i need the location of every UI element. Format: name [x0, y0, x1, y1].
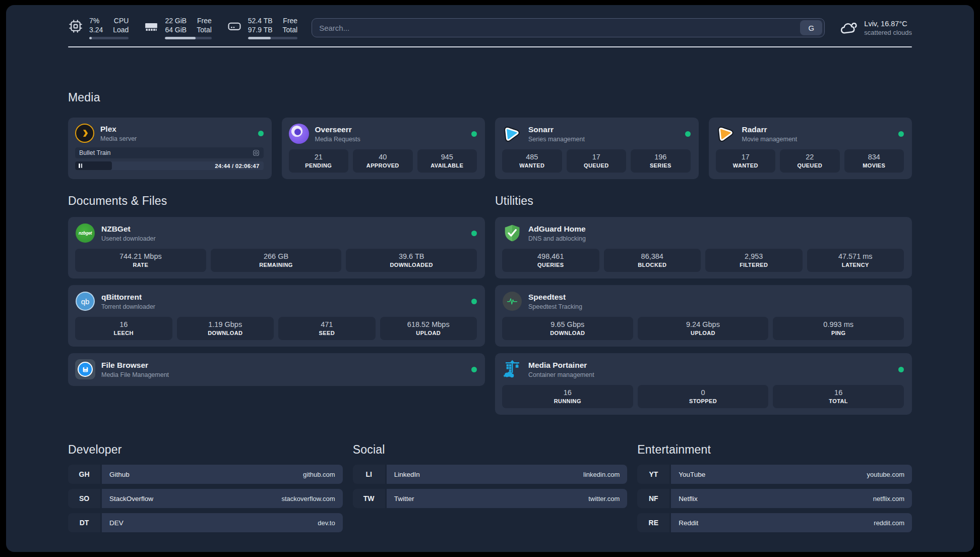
card-plex[interactable]: Plex Media server Bullet Train [68, 118, 272, 179]
app-name: Speedtest [528, 293, 582, 302]
status-dot [471, 231, 477, 236]
status-dot [471, 367, 477, 372]
cpu-progress-bar [89, 37, 129, 39]
section-title-utilities: Utilities [495, 194, 912, 208]
documents-column: Documents & Files nzbget NZBGet Usenet d… [68, 179, 485, 415]
card-speedtest[interactable]: Speedtest Speedtest Tracking 9.65 Gbps D… [495, 285, 912, 347]
link-reddit[interactable]: RE Reddit reddit.com [637, 513, 912, 532]
link-url: reddit.com [874, 519, 904, 527]
disk-total-value: 97.9 TB [248, 25, 273, 34]
card-sonarr[interactable]: Sonarr Series management 485 WANTED 17 Q… [495, 118, 699, 179]
developer-links-column: Developer GH Github github.com SO StackO… [68, 415, 343, 532]
stat-pending: 21 PENDING [289, 149, 349, 173]
stat-queued: 22 QUEUED [780, 149, 840, 173]
cpu-progress-fill [89, 37, 92, 39]
link-name: LinkedIn [394, 471, 420, 478]
link-tag: YT [637, 465, 669, 484]
sonarr-icon [502, 124, 522, 144]
stat-series: 196 SERIES [631, 149, 691, 173]
stat-upload: 9.24 Gbps UPLOAD [638, 317, 769, 340]
link-stackoverflow[interactable]: SO StackOverflow stackoverflow.com [68, 489, 343, 508]
link-linkedin[interactable]: LI LinkedIn linkedin.com [353, 465, 628, 484]
search-engine-button[interactable]: G [800, 20, 822, 35]
status-dot [471, 131, 477, 137]
cpu-usage-value: 7% [89, 16, 103, 25]
status-dot [685, 131, 691, 137]
search-bar[interactable]: G [312, 18, 825, 37]
app-desc: Media File Management [101, 371, 169, 378]
stat-remaining: 266 GB REMAINING [211, 249, 342, 272]
card-overseerr[interactable]: Overseerr Media Requests 21 PENDING 40 A… [282, 118, 485, 179]
link-dev[interactable]: DT DEV dev.to [68, 513, 343, 532]
app-name: qBittorrent [101, 293, 155, 302]
cpu-icon [68, 19, 83, 34]
stat-wanted: 485 WANTED [502, 149, 562, 173]
status-dot [258, 131, 264, 136]
nzbget-icon: nzbget [75, 223, 95, 243]
link-name: YouTube [679, 471, 705, 478]
now-playing-icon [253, 149, 260, 156]
stat-downloaded: 39.6 TB DOWNLOADED [346, 249, 477, 272]
stat-filtered: 2,953 FILTERED [705, 249, 803, 272]
stat-queries: 498,461 QUERIES [502, 249, 599, 272]
stat-ping: 0.993 ms PING [773, 317, 904, 340]
top-bar: 7% 3.24 CPU Load [68, 16, 912, 39]
card-radarr[interactable]: Radarr Movie management 17 WANTED 22 QUE… [709, 118, 912, 179]
app-name: Radarr [742, 125, 798, 134]
disk-icon [227, 19, 242, 34]
link-url: twitter.com [588, 495, 620, 503]
memory-progress-bar [165, 37, 211, 39]
app-name: NZBGet [101, 225, 156, 234]
plex-icon [75, 124, 94, 143]
stat-download: 1.19 Gbps DOWNLOAD [177, 317, 274, 340]
section-title-documents: Documents & Files [68, 194, 485, 208]
link-youtube[interactable]: YT YouTube youtube.com [637, 465, 912, 484]
memory-icon [144, 19, 159, 34]
playback-time: 24:44 / 02:06:47 [215, 163, 259, 169]
disk-free-label: Free [283, 16, 298, 25]
memory-total-value: 64 GiB [165, 25, 187, 34]
stat-movies: 834 MOVIES [844, 149, 904, 173]
stat-available: 945 AVAILABLE [417, 149, 477, 173]
card-adguard[interactable]: AdGuard Home DNS and adblocking 498,461 … [495, 217, 912, 278]
card-portainer[interactable]: Media Portainer Container management 16 … [495, 353, 912, 415]
section-title-entertainment: Entertainment [637, 443, 912, 457]
qbittorrent-icon: qb [75, 291, 95, 311]
topbar-divider [68, 46, 912, 47]
card-nzbget[interactable]: nzbget NZBGet Usenet downloader 744.21 M… [68, 217, 485, 278]
card-filebrowser[interactable]: File Browser Media File Management [68, 353, 485, 386]
disk-progress-fill [248, 37, 271, 39]
overseerr-icon [289, 124, 309, 144]
radarr-icon [716, 124, 736, 144]
playback-progress-fill [75, 161, 112, 170]
disk-progress-bar [248, 37, 297, 39]
link-twitter[interactable]: TW Twitter twitter.com [353, 489, 628, 508]
memory-progress-fill [165, 37, 196, 39]
stat-approved: 40 APPROVED [353, 149, 413, 173]
app-desc: Container management [528, 371, 594, 378]
status-dot [471, 299, 477, 304]
now-playing-title: Bullet Train [79, 149, 111, 156]
link-netflix[interactable]: NF Netflix netflix.com [637, 489, 912, 508]
pause-icon [79, 163, 80, 168]
memory-total-label: Total [197, 25, 212, 34]
entertainment-links-column: Entertainment YT YouTube youtube.com NF … [637, 415, 912, 532]
app-desc: DNS and adblocking [528, 235, 586, 242]
app-desc: Usenet downloader [101, 235, 156, 242]
link-tag: GH [68, 465, 100, 484]
app-name: Overseerr [315, 125, 360, 134]
cpu-resource-widget: 7% 3.24 CPU Load [68, 16, 129, 39]
now-playing-row: Bullet Train [75, 147, 264, 158]
card-qbittorrent[interactable]: qb qBittorrent Torrent downloader 16 [68, 285, 485, 347]
link-tag: TW [353, 489, 385, 508]
playback-progress-bar: 24:44 / 02:06:47 [75, 161, 264, 170]
memory-resource-widget: 22 GiB 64 GiB Free Total [144, 16, 211, 39]
section-title-developer: Developer [68, 443, 343, 457]
stat-seed: 471 SEED [278, 317, 376, 340]
search-input[interactable] [319, 24, 800, 32]
link-github[interactable]: GH Github github.com [68, 465, 343, 484]
memory-free-value: 22 GiB [165, 16, 187, 25]
disk-free-value: 52.4 TB [248, 16, 273, 25]
media-card-grid: Plex Media server Bullet Train [68, 118, 912, 179]
stat-download: 9.65 Gbps DOWNLOAD [502, 317, 633, 340]
